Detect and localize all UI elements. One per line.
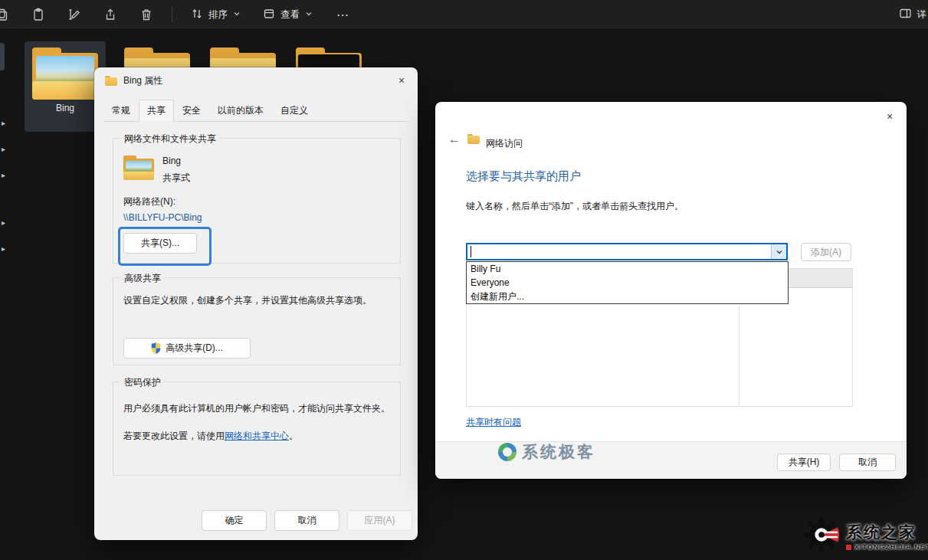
ok-button[interactable]: 确定: [202, 510, 267, 531]
group-network-sharing: 网络文件和文件夹共享 Bing 共享式 网络路径(N): \\BILLYFU-P…: [113, 138, 401, 264]
share-confirm-button[interactable]: 共享(H): [777, 454, 831, 471]
properties-dialog: Bing 属性 × 常规 共享 安全 以前的版本 自定义 网络文件和文件夹共享 …: [94, 67, 418, 540]
xitongzhijia-url: XITONGZHIJIA.NET: [854, 543, 928, 551]
advanced-sharing-button[interactable]: 高级共享(D)...: [123, 338, 251, 359]
properties-titlebar: Bing 属性: [94, 67, 418, 93]
tab-previous-versions[interactable]: 以前的版本: [209, 100, 272, 121]
group-title: 网络文件和文件夹共享: [121, 133, 219, 146]
xitongzhijia-title: 系统之家: [846, 522, 928, 543]
sort-label: 排序: [208, 8, 228, 21]
close-icon[interactable]: ×: [880, 108, 899, 125]
more-button[interactable]: ⋯: [329, 6, 358, 24]
nav-shortcut-arrow-icon: ▸: [2, 218, 5, 228]
user-name-combobox[interactable]: [466, 243, 788, 260]
group-password-protection: 密码保护 用户必须具有此计算机的用户帐户和密码，才能访问共享文件夹。 若要更改此…: [113, 382, 401, 476]
tab-security[interactable]: 安全: [174, 100, 209, 121]
geek-logo-icon: [498, 443, 516, 461]
folder-icon: [32, 47, 98, 100]
network-access-title: 网络访问: [486, 137, 523, 150]
password-line2-prefix: 若要更改此设置，请使用: [123, 431, 225, 441]
toolbar-separator: [172, 7, 172, 22]
view-icon: [263, 8, 275, 22]
red-square-icon: [846, 545, 851, 550]
nav-shortcut-arrow-icon: ▸: [2, 244, 5, 254]
details-pane-icon: [899, 7, 912, 22]
explorer-window: 排序 查看 ⋯ 详: [0, 0, 928, 560]
password-line2-suffix: 。: [289, 431, 298, 441]
nav-pane-edge: [0, 43, 5, 70]
combobox-dropdown-button[interactable]: [771, 244, 786, 259]
rename-icon[interactable]: [61, 3, 87, 26]
folder-icon: [105, 76, 117, 86]
back-icon[interactable]: ←: [446, 131, 463, 148]
more-icon: ⋯: [336, 8, 350, 22]
shared-folder-icon: [123, 156, 154, 180]
sharing-trouble-link[interactable]: 共享时有问题: [466, 416, 521, 429]
paste-icon[interactable]: [25, 3, 51, 26]
choose-people-heading: 选择要与其共享的用户: [466, 169, 581, 184]
details-pane-label: 详: [917, 8, 927, 21]
folder-label: Bing: [56, 103, 74, 113]
view-button[interactable]: 查看: [257, 3, 319, 27]
dropdown-item-create-new-user[interactable]: 创建新用户...: [467, 290, 788, 303]
tab-sharing[interactable]: 共享: [139, 100, 174, 122]
network-path-label: 网络路径(N):: [123, 195, 175, 208]
shared-folder-name: Bing: [162, 156, 181, 166]
nav-shortcut-arrows: ▸ ▸ ▸ ▸ ▸: [2, 118, 5, 254]
details-pane-toggle[interactable]: 详: [899, 0, 928, 29]
share-button[interactable]: 共享(S)...: [123, 233, 197, 254]
network-path-value: \\BILLYFU-PC\Bing: [123, 212, 202, 223]
network-sharing-center-link[interactable]: 网络和共享中心: [225, 431, 289, 441]
nav-shortcut-arrow-icon: ▸: [2, 144, 5, 155]
password-line2: 若要更改此设置，请使用网络和共享中心。: [123, 430, 390, 443]
view-label: 查看: [280, 8, 300, 21]
nav-shortcut-arrow-icon: ▸: [2, 170, 5, 181]
text-caret: [471, 246, 471, 257]
network-access-dialog: × ← 网络访问 选择要与其共享的用户 键入名称，然后单击“添加”，或者单击箭头…: [435, 102, 907, 479]
properties-title: Bing 属性: [123, 74, 162, 87]
add-button[interactable]: 添加(A): [801, 243, 851, 261]
close-icon[interactable]: ×: [392, 72, 411, 89]
advanced-description: 设置自定义权限，创建多个共享，并设置其他高级共享选项。: [123, 294, 390, 307]
dropdown-item-billy-fu[interactable]: Billy Fu: [467, 262, 788, 276]
tab-general[interactable]: 常规: [103, 100, 139, 121]
group-advanced-sharing: 高级共享 设置自定义权限，创建多个共享，并设置其他高级共享选项。 高级共享(D): [113, 277, 401, 365]
copy-icon[interactable]: [0, 3, 15, 26]
nav-shortcut-arrow-icon: ▸: [2, 118, 5, 129]
geek-watermark-text: 系统极客: [522, 441, 595, 463]
xitongzhijia-subtitle: XITONGZHIJIA.NET: [846, 543, 928, 551]
chevron-down-icon: [305, 9, 313, 20]
group-title: 密码保护: [121, 376, 164, 389]
uac-shield-icon: [151, 342, 161, 354]
watermark-geek: 系统极客: [498, 441, 595, 463]
delete-icon[interactable]: [133, 3, 159, 26]
chevron-down-icon: [233, 9, 241, 20]
password-line1: 用户必须具有此计算机的用户帐户和密码，才能访问共享文件夹。: [123, 402, 390, 415]
network-access-icon: [467, 134, 480, 144]
toolbar: 排序 查看 ⋯ 详: [0, 0, 928, 30]
user-dropdown-list: Billy Fu Everyone 创建新用户...: [466, 261, 789, 304]
properties-tabs: 常规 共享 安全 以前的版本 自定义: [103, 100, 408, 122]
instruction-text: 键入名称，然后单击“添加”，或者单击箭头查找用户。: [466, 200, 684, 213]
apply-button[interactable]: 应用(A): [347, 510, 412, 531]
xitongzhijia-gear-icon: [803, 516, 840, 556]
sort-button[interactable]: 排序: [185, 3, 247, 27]
sort-icon: [191, 8, 203, 22]
share-icon[interactable]: [97, 3, 123, 26]
dropdown-item-everyone[interactable]: Everyone: [467, 276, 788, 290]
cancel-button[interactable]: 取消: [839, 454, 896, 471]
group-title: 高级共享: [121, 272, 164, 285]
tab-customize[interactable]: 自定义: [272, 100, 316, 121]
share-state: 共享式: [162, 172, 190, 185]
advanced-sharing-label: 高级共享(D)...: [166, 342, 223, 355]
watermark-xitongzhijia: 系统之家 XITONGZHIJIA.NET: [803, 516, 928, 556]
cancel-button[interactable]: 取消: [274, 510, 339, 531]
